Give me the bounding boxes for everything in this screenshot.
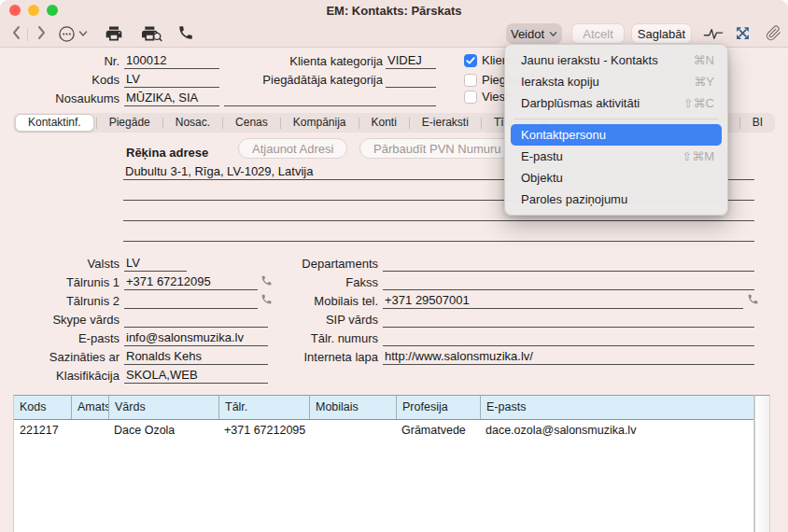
piegadatajs-checkbox[interactable] [464,74,477,87]
menu-item-copy-record[interactable]: Ieraksta kopiju ⌘Y [511,71,722,92]
unnamed-field[interactable] [224,91,436,106]
mobilais-tel-field[interactable]: +371 29507001 [383,293,743,309]
create-button[interactable]: Veidot [506,23,562,44]
print-preview-icon[interactable] [140,24,162,43]
tab-e-ieraksti[interactable]: E-ieraksti [410,113,481,133]
check-icon [466,57,475,64]
sip-vards-label: SIP vārds [224,313,378,328]
col-header-vards[interactable]: Vārds [108,396,218,419]
check-vat-button-label: Pārbaudīt PVN Numuru [373,142,501,156]
cell-amats[interactable] [71,420,108,441]
fakss-label: Fakss [224,275,378,290]
menu-item-workflow-activity[interactable]: Darbplūsmas aktivitāti ⇧⌘C [511,92,722,114]
expand-maximize-icon[interactable] [735,25,751,41]
sazinaties-ar-label: Sazināties ar [0,350,120,365]
cell-e-pasts[interactable]: dace.ozola@salonsmuzika.lv [480,420,753,441]
col-header-talr[interactable]: Tālr. [218,396,309,419]
tab-bi[interactable]: BI [740,113,775,133]
piegadataja-kategorija-label: Piegādātāja kategorija [224,73,383,88]
nav-divider [27,28,28,41]
menu-item-label: Paroles paziņojumu [521,192,714,206]
cell-kods[interactable]: 221217 [14,420,71,441]
tab-piegade[interactable]: Piegāde [97,113,162,133]
viesis-checkbox[interactable] [464,91,477,104]
forward-icon[interactable] [34,24,49,41]
create-button-label: Veidot [511,27,544,41]
menu-item-shortcut: ⌘N [694,53,714,67]
menu-item-label: Ieraksta kopiju [521,75,694,89]
cell-profesija[interactable]: Grāmatvede [396,420,480,441]
save-button[interactable]: Saglabāt [631,23,692,44]
toolbar: Veidot Atcelt Saglabāt [0,21,788,47]
departaments-field[interactable] [383,256,754,272]
menu-separator [514,119,718,119]
tab-konti[interactable]: Konti [359,113,409,133]
klienta-kategorija-field[interactable]: VIDEJ [386,53,436,69]
table-row[interactable]: 221217 Dace Ozola +371 67212095 Grāmatve… [14,420,753,441]
back-icon[interactable] [9,24,24,41]
update-address-button[interactable]: Atjaunot Adresi [238,138,347,159]
menu-item-password-notification[interactable]: Paroles paziņojumu [511,189,722,210]
talrunis-2-label: Tālrunis 2 [0,294,120,309]
dial-mobile-icon[interactable] [747,293,759,305]
col-header-amats[interactable]: Amats [71,396,108,419]
nosaukums-label: Nosaukums [0,91,120,106]
menu-item-label: Kontaktpersonu [521,128,714,142]
klients-checkbox[interactable] [464,54,477,67]
address-line-4-field[interactable] [123,226,754,242]
contact-persons-table: Kods Amats Vārds Tālr. Mobilais Profesij… [13,395,754,532]
tab-kompanija[interactable]: Kompānija [281,113,359,133]
options-caret-down-icon[interactable] [78,30,88,37]
menu-item-shortcut: ⇧⌘C [683,96,714,110]
table-scrollbar[interactable] [754,395,770,532]
cancel-button: Atcelt [571,23,625,44]
kods-field[interactable]: LV [124,72,219,88]
cell-vards[interactable]: Dace Ozola [108,420,218,441]
piegadataja-kategorija-field[interactable] [386,72,436,88]
create-caret-down-icon [549,31,557,37]
interneta-lapa-field[interactable]: http://www.salonsmuzika.lv/ [383,349,754,365]
col-header-profesija[interactable]: Profesija [396,396,480,419]
valsts-label: Valsts [0,257,120,272]
menu-item-label: Objektu [521,171,714,185]
options-ellipsis-icon[interactable] [58,25,76,43]
menu-item-shortcut: ⇧⌘M [682,149,714,163]
tab-kontaktinf[interactable]: Kontaktinf. [15,114,94,132]
menu-item-contact-person[interactable]: Kontaktpersonu [511,124,722,146]
cell-mobilais[interactable] [309,420,396,441]
cancel-button-label: Atcelt [583,27,613,41]
talr-numurs-label: Tālr. numurs [224,331,378,346]
menu-item-shortcut: ⌘Y [694,75,714,89]
nr-field[interactable]: 100012 [124,53,219,69]
paperclip-icon[interactable] [766,25,781,41]
nosaukums-field[interactable]: MŪZIKA, SIA [124,91,219,106]
col-header-mobilais[interactable]: Mobilais [309,396,396,419]
invoice-address-label: Rēķina adrese [126,146,208,160]
phone-call-icon[interactable] [177,24,194,41]
create-menu: Jaunu ierakstu - Kontakts ⌘N Ieraksta ko… [504,44,728,216]
tab-nosac[interactable]: Nosac. [163,113,222,133]
sip-vards-field[interactable] [383,312,754,328]
table-header-row: Kods Amats Vārds Tālr. Mobilais Profesij… [14,396,753,420]
cell-talr[interactable]: +371 67212095 [218,420,309,441]
menu-item-email[interactable]: E-pastu ⇧⌘M [511,146,722,167]
fakss-field[interactable] [383,274,754,290]
menu-item-new-record[interactable]: Jaunu ierakstu - Kontakts ⌘N [511,49,722,71]
tab-cenas[interactable]: Cenas [223,113,280,133]
menu-item-label: Jaunu ierakstu - Kontakts [521,53,694,67]
print-icon[interactable] [105,24,123,43]
activity-pulse-icon[interactable] [703,27,724,40]
col-header-kods[interactable]: Kods [14,396,71,419]
col-header-e-pasts[interactable]: E-pasts [480,396,753,419]
departaments-label: Departaments [224,257,378,272]
menu-item-object[interactable]: Objektu [511,167,722,189]
check-vat-number-button[interactable]: Pārbaudīt PVN Numuru [359,138,515,159]
e-pasts-label: E-pasts [0,331,120,346]
nr-label: Nr. [0,54,120,69]
app-window: EM: Kontakts: Pārskats Veidot A [0,0,788,532]
klasifikacija-field[interactable]: SKOLA,WEB [124,368,268,384]
klienta-kategorija-label: Klienta kategorija [224,54,383,69]
mobilais-tel-label: Mobilais tel. [224,294,378,309]
talr-numurs-field[interactable] [383,330,754,346]
valsts-field[interactable]: LV [124,256,187,272]
